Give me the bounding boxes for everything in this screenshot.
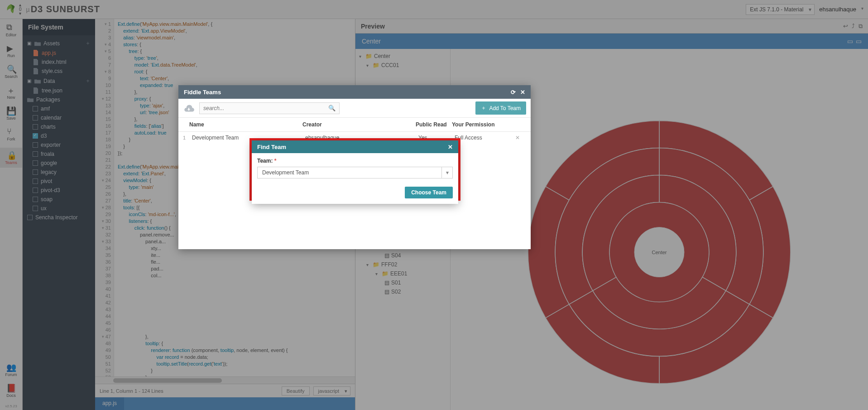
find-team-header[interactable]: Find Team ✕ xyxy=(252,140,458,153)
delete-row-icon[interactable]: ✕ xyxy=(506,135,520,141)
add-to-team-button[interactable]: ＋Add To Team xyxy=(475,101,526,115)
search-icon[interactable]: 🔍 xyxy=(328,105,336,111)
find-team-modal: Find Team ✕ Team: * Development Team ▾ C… xyxy=(252,140,458,204)
teams-modal-header[interactable]: Fiddle Teams ⟳ ✕ xyxy=(178,85,531,99)
teams-grid-header: Name Creator Public Read Your Permission xyxy=(178,118,531,132)
close-icon[interactable]: ✕ xyxy=(520,89,525,96)
teams-search[interactable]: 🔍 xyxy=(199,102,340,114)
chevron-down-icon[interactable]: ▾ xyxy=(441,167,452,178)
plus-icon: ＋ xyxy=(481,104,486,112)
cloud-download-icon[interactable] xyxy=(183,104,195,113)
team-field-label: Team: * xyxy=(257,158,453,164)
team-combobox[interactable]: Development Team ▾ xyxy=(257,167,453,178)
close-icon[interactable]: ✕ xyxy=(448,144,453,150)
refresh-icon[interactable]: ⟳ xyxy=(511,89,516,96)
search-input[interactable] xyxy=(203,105,328,111)
choose-team-button[interactable]: Choose Team xyxy=(405,187,453,198)
